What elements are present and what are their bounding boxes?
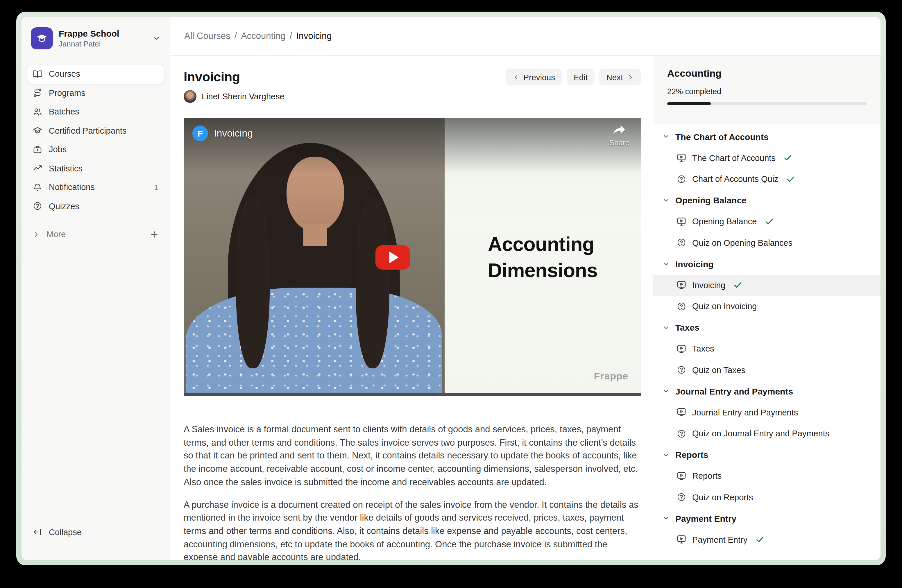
outline-lesson[interactable]: Journal Entry and Payments bbox=[653, 402, 880, 423]
quiz-icon bbox=[676, 302, 686, 311]
breadcrumb-course[interactable]: Accounting bbox=[241, 31, 285, 41]
frappe-school-logo bbox=[31, 27, 53, 49]
lesson-label: The Chart of Accounts bbox=[692, 153, 775, 163]
quiz-icon bbox=[676, 174, 686, 184]
lesson-label: Invoicing bbox=[692, 281, 725, 290]
channel-logo[interactable]: F bbox=[193, 125, 208, 141]
outline-lesson[interactable]: Quiz on Reports bbox=[653, 486, 880, 508]
chevron-down-icon bbox=[662, 515, 670, 522]
sidebar-item-batches[interactable]: Batches bbox=[27, 102, 164, 121]
breadcrumb-all-courses[interactable]: All Courses bbox=[184, 31, 230, 41]
check-icon bbox=[787, 175, 796, 184]
sidebar-item-statistics[interactable]: Statistics bbox=[27, 159, 164, 178]
sidebar-item-label: Programs bbox=[49, 88, 85, 98]
breadcrumb-separator: / bbox=[235, 31, 237, 41]
outline-section-payment-entry[interactable]: Payment Entry bbox=[653, 508, 880, 529]
monitor-play-icon bbox=[676, 280, 686, 290]
add-button[interactable] bbox=[150, 230, 159, 239]
sidebar: Frappe School Jannat Patel Courses Progr bbox=[22, 17, 170, 560]
chevron-down-icon bbox=[662, 261, 670, 267]
outline-lesson[interactable]: Reports bbox=[653, 465, 880, 486]
sidebar-item-courses[interactable]: Courses bbox=[27, 64, 164, 83]
outline-lesson[interactable]: Chart of Accounts Quiz bbox=[653, 169, 880, 190]
chevron-down-icon bbox=[662, 197, 670, 204]
slide-title-line2: Dimensions bbox=[488, 257, 597, 283]
outline-lesson[interactable]: The Chart of Accounts bbox=[653, 147, 880, 169]
sidebar-nav: Courses Programs Batches Certified Parti… bbox=[27, 64, 164, 216]
video-player[interactable]: Accounting Dimensions Frappe F Invoicing bbox=[184, 118, 641, 396]
outline-section-opening-balance[interactable]: Opening Balance bbox=[653, 190, 880, 211]
breadcrumb-separator: / bbox=[290, 31, 292, 41]
sidebar-item-label: Courses bbox=[49, 69, 80, 79]
presenter-blouse bbox=[186, 288, 442, 396]
lesson-title-row: Invoicing Previous Edit Nex bbox=[184, 69, 641, 85]
sidebar-more[interactable]: More bbox=[27, 225, 164, 244]
sidebar-item-label: Notifications bbox=[49, 183, 95, 192]
progress-track bbox=[667, 102, 866, 105]
sidebar-item-programs[interactable]: Programs bbox=[27, 83, 164, 102]
check-icon bbox=[784, 154, 792, 163]
edit-button[interactable]: Edit bbox=[567, 69, 595, 85]
outline-section-taxes[interactable]: Taxes bbox=[653, 317, 880, 338]
workspace-switcher[interactable]: Frappe School Jannat Patel bbox=[27, 23, 164, 54]
lesson-paragraph-1: A Sales invoice is a formal document sen… bbox=[184, 423, 641, 489]
play-button[interactable] bbox=[375, 245, 410, 269]
video-title-link[interactable]: Invoicing bbox=[214, 128, 253, 139]
next-button[interactable]: Next bbox=[599, 69, 641, 85]
content-row: Invoicing Previous Edit Nex bbox=[170, 56, 880, 560]
outline-lesson-current[interactable]: Invoicing bbox=[653, 275, 880, 296]
outline-lesson[interactable]: Quiz on Opening Balances bbox=[653, 232, 880, 253]
presenter-hair-right bbox=[356, 196, 390, 368]
section-label: Opening Balance bbox=[675, 195, 747, 205]
quiz-icon bbox=[676, 365, 686, 375]
outline-section-invoicing[interactable]: Invoicing bbox=[653, 253, 880, 275]
lesson-label: Quiz on Reports bbox=[692, 493, 753, 502]
chevron-left-icon bbox=[512, 74, 519, 80]
author-name: Linet Sherin Varghese bbox=[202, 92, 285, 101]
outline-lesson[interactable]: Opening Balance bbox=[653, 211, 880, 232]
sidebar-item-label: Certified Participants bbox=[49, 126, 127, 135]
sidebar-item-jobs[interactable]: Jobs bbox=[27, 140, 164, 159]
collapse-left-icon bbox=[33, 527, 42, 537]
graduation-cap-icon bbox=[33, 126, 42, 136]
lesson-label: Reports bbox=[692, 472, 722, 481]
sidebar-item-label: Batches bbox=[49, 107, 79, 116]
content-column: All Courses / Accounting / Invoicing Inv… bbox=[170, 17, 880, 560]
sidebar-item-quizzes[interactable]: Quizzes bbox=[27, 197, 164, 216]
lesson-label: Opening Balance bbox=[692, 217, 757, 226]
outline-section-chart-of-accounts[interactable]: The Chart of Accounts bbox=[653, 126, 880, 147]
video-share-button[interactable]: Share bbox=[609, 124, 630, 147]
outline-section-journal-entry[interactable]: Journal Entry and Payments bbox=[653, 381, 880, 402]
previous-button[interactable]: Previous bbox=[505, 69, 562, 85]
sidebar-item-certified-participants[interactable]: Certified Participants bbox=[27, 121, 164, 140]
chevron-right-icon bbox=[33, 230, 40, 238]
workspace-info: Frappe School Jannat Patel bbox=[59, 28, 119, 48]
video-slide: Accounting Dimensions Frappe bbox=[444, 118, 641, 396]
users-icon bbox=[33, 107, 42, 117]
video-title-overlay: F Invoicing bbox=[193, 125, 253, 141]
trending-up-icon bbox=[33, 164, 42, 174]
outline-lesson[interactable]: Quiz on Journal Entry and Payments bbox=[653, 423, 880, 444]
next-label: Next bbox=[606, 72, 623, 81]
course-title: Accounting bbox=[667, 68, 866, 80]
chevron-down-icon[interactable] bbox=[152, 34, 160, 42]
lesson-label: Quiz on Taxes bbox=[692, 366, 745, 375]
sidebar-item-label: Jobs bbox=[49, 145, 67, 154]
outline-lesson[interactable]: Quiz on Invoicing bbox=[653, 296, 880, 317]
lesson-label: Payment Entry bbox=[692, 535, 747, 544]
chevron-down-icon bbox=[662, 388, 670, 395]
monitor-play-icon bbox=[676, 344, 686, 354]
sidebar-collapse-button[interactable]: Collapse bbox=[27, 522, 164, 541]
graduation-cap-icon bbox=[36, 32, 48, 45]
lesson-label: Quiz on Opening Balances bbox=[692, 238, 792, 247]
outline-lesson[interactable]: Quiz on Taxes bbox=[653, 360, 880, 381]
quiz-icon bbox=[676, 238, 686, 248]
outline-lesson[interactable]: Taxes bbox=[653, 338, 880, 360]
bell-icon bbox=[33, 183, 42, 192]
outline-lesson[interactable]: Payment Entry bbox=[653, 529, 880, 550]
sidebar-spacer bbox=[27, 244, 164, 522]
sidebar-item-notifications[interactable]: Notifications 1 bbox=[27, 178, 164, 197]
outline-section-reports[interactable]: Reports bbox=[653, 444, 880, 465]
lesson-label: Taxes bbox=[692, 344, 714, 353]
video-progress-bar[interactable] bbox=[184, 393, 641, 396]
